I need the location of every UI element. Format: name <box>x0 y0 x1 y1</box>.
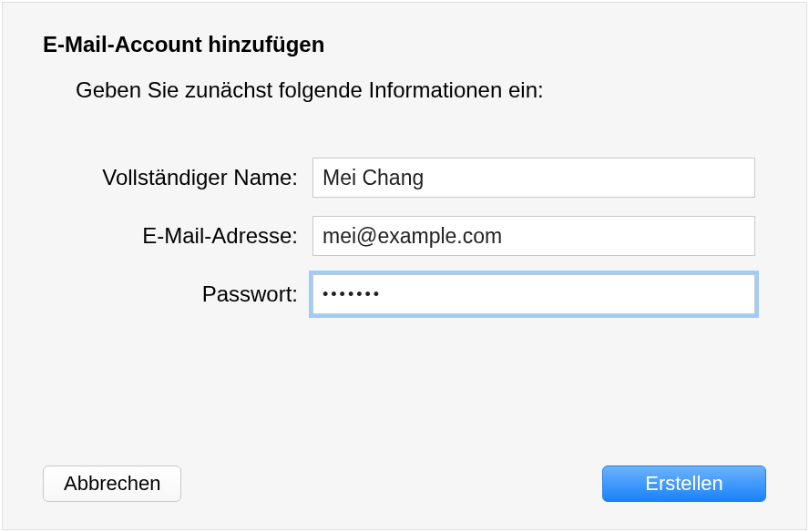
cancel-button[interactable]: Abbrechen <box>43 466 181 502</box>
dialog-instruction: Geben Sie zunächst folgende Informatione… <box>76 77 806 103</box>
full-name-label: Vollständiger Name: <box>3 165 312 190</box>
email-input[interactable] <box>312 216 755 256</box>
add-email-account-dialog: E-Mail-Account hinzufügen Geben Sie zunä… <box>2 2 807 530</box>
create-button[interactable]: Erstellen <box>602 466 766 502</box>
email-label: E-Mail-Adresse: <box>3 223 312 249</box>
password-row: Passwort: <box>3 274 806 314</box>
full-name-input[interactable] <box>312 158 755 198</box>
account-form: Vollständiger Name: E-Mail-Adresse: Pass… <box>3 158 806 314</box>
password-input[interactable] <box>312 274 755 314</box>
button-row: Abbrechen Erstellen <box>43 466 766 502</box>
email-row: E-Mail-Adresse: <box>3 216 806 256</box>
full-name-row: Vollständiger Name: <box>3 158 806 198</box>
dialog-title: E-Mail-Account hinzufügen <box>43 32 806 57</box>
password-label: Passwort: <box>3 281 312 307</box>
